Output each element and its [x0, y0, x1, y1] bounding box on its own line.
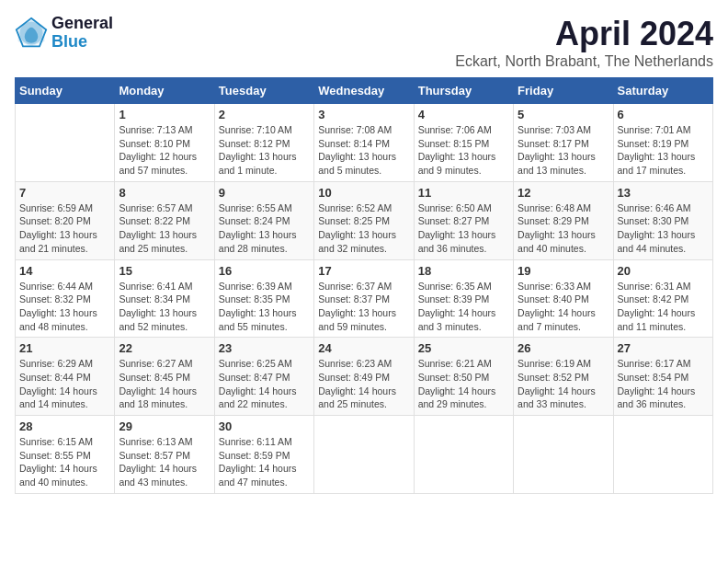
calendar-cell — [414, 416, 513, 494]
calendar-cell: 11Sunrise: 6:50 AMSunset: 8:27 PMDayligh… — [414, 181, 513, 259]
header-sunday: Sunday — [16, 78, 115, 104]
page-header: General Blue April 2024 Eckart, North Br… — [15, 15, 713, 70]
calendar-cell: 6Sunrise: 7:01 AMSunset: 8:19 PMDaylight… — [613, 104, 712, 182]
week-row-3: 14Sunrise: 6:44 AMSunset: 8:32 PMDayligh… — [16, 259, 713, 338]
calendar-cell: 12Sunrise: 6:48 AMSunset: 8:29 PMDayligh… — [514, 181, 613, 259]
day-info: Sunrise: 6:52 AMSunset: 8:25 PMDaylight:… — [318, 201, 409, 256]
calendar-cell — [16, 104, 115, 182]
page-title: April 2024 — [455, 15, 713, 53]
day-info: Sunrise: 7:08 AMSunset: 8:14 PMDaylight:… — [318, 123, 409, 178]
day-info: Sunrise: 6:15 AMSunset: 8:55 PMDaylight:… — [19, 435, 110, 489]
day-number: 24 — [318, 341, 409, 355]
calendar-cell: 14Sunrise: 6:44 AMSunset: 8:32 PMDayligh… — [16, 259, 115, 338]
day-info: Sunrise: 6:13 AMSunset: 8:57 PMDaylight:… — [119, 435, 210, 489]
day-number: 1 — [119, 108, 210, 121]
day-number: 26 — [518, 341, 609, 355]
calendar-cell: 9Sunrise: 6:55 AMSunset: 8:24 PMDaylight… — [214, 181, 313, 259]
day-number: 7 — [19, 186, 110, 200]
calendar-table: SundayMondayTuesdayWednesdayThursdayFrid… — [15, 77, 713, 494]
week-row-4: 21Sunrise: 6:29 AMSunset: 8:44 PMDayligh… — [16, 338, 713, 416]
header-thursday: Thursday — [414, 78, 513, 104]
day-number: 4 — [418, 108, 509, 121]
day-info: Sunrise: 6:44 AMSunset: 8:32 PMDaylight:… — [19, 280, 110, 334]
calendar-cell: 1Sunrise: 7:13 AMSunset: 8:10 PMDaylight… — [115, 104, 214, 182]
day-number: 15 — [119, 264, 210, 278]
day-info: Sunrise: 7:06 AMSunset: 8:15 PMDaylight:… — [418, 123, 509, 178]
day-info: Sunrise: 7:03 AMSunset: 8:17 PMDaylight:… — [518, 123, 609, 178]
header-monday: Monday — [115, 78, 214, 104]
day-info: Sunrise: 6:57 AMSunset: 8:22 PMDaylight:… — [119, 201, 210, 256]
day-number: 12 — [518, 186, 609, 200]
day-info: Sunrise: 7:01 AMSunset: 8:19 PMDaylight:… — [618, 123, 709, 178]
day-number: 2 — [219, 108, 310, 121]
calendar-cell: 23Sunrise: 6:25 AMSunset: 8:47 PMDayligh… — [214, 338, 313, 416]
calendar-cell: 25Sunrise: 6:21 AMSunset: 8:50 PMDayligh… — [414, 338, 513, 416]
day-number: 18 — [418, 264, 509, 278]
day-info: Sunrise: 6:46 AMSunset: 8:30 PMDaylight:… — [618, 201, 709, 256]
day-number: 25 — [418, 341, 509, 355]
day-number: 30 — [219, 419, 310, 433]
calendar-cell: 8Sunrise: 6:57 AMSunset: 8:22 PMDaylight… — [115, 181, 214, 259]
calendar-cell: 16Sunrise: 6:39 AMSunset: 8:35 PMDayligh… — [214, 259, 313, 338]
day-number: 22 — [119, 341, 210, 355]
day-info: Sunrise: 7:10 AMSunset: 8:12 PMDaylight:… — [219, 123, 310, 178]
calendar-cell: 13Sunrise: 6:46 AMSunset: 8:30 PMDayligh… — [613, 181, 712, 259]
day-number: 13 — [618, 186, 709, 200]
day-info: Sunrise: 6:59 AMSunset: 8:20 PMDaylight:… — [19, 201, 110, 256]
day-info: Sunrise: 6:41 AMSunset: 8:34 PMDaylight:… — [119, 280, 210, 334]
day-info: Sunrise: 6:37 AMSunset: 8:37 PMDaylight:… — [318, 280, 409, 334]
day-number: 27 — [618, 341, 709, 355]
logo-line2: Blue — [51, 33, 113, 52]
calendar-cell: 17Sunrise: 6:37 AMSunset: 8:37 PMDayligh… — [314, 259, 414, 338]
day-info: Sunrise: 6:48 AMSunset: 8:29 PMDaylight:… — [518, 201, 609, 256]
calendar-cell: 30Sunrise: 6:11 AMSunset: 8:59 PMDayligh… — [214, 416, 313, 494]
day-info: Sunrise: 6:23 AMSunset: 8:49 PMDaylight:… — [318, 357, 409, 411]
calendar-cell: 22Sunrise: 6:27 AMSunset: 8:45 PMDayligh… — [115, 338, 214, 416]
day-number: 8 — [119, 186, 210, 200]
day-number: 14 — [19, 264, 110, 278]
calendar-cell: 27Sunrise: 6:17 AMSunset: 8:54 PMDayligh… — [613, 338, 712, 416]
calendar-cell — [314, 416, 414, 494]
day-info: Sunrise: 7:13 AMSunset: 8:10 PMDaylight:… — [119, 123, 210, 178]
calendar-cell: 21Sunrise: 6:29 AMSunset: 8:44 PMDayligh… — [16, 338, 115, 416]
day-info: Sunrise: 6:50 AMSunset: 8:27 PMDaylight:… — [418, 201, 509, 256]
day-number: 23 — [219, 341, 310, 355]
calendar-cell: 15Sunrise: 6:41 AMSunset: 8:34 PMDayligh… — [115, 259, 214, 338]
day-number: 19 — [518, 264, 609, 278]
calendar-cell: 29Sunrise: 6:13 AMSunset: 8:57 PMDayligh… — [115, 416, 214, 494]
logo-text: General Blue — [51, 15, 113, 52]
day-info: Sunrise: 6:27 AMSunset: 8:45 PMDaylight:… — [119, 357, 210, 411]
header-saturday: Saturday — [613, 78, 712, 104]
day-number: 21 — [19, 341, 110, 355]
calendar-header-row: SundayMondayTuesdayWednesdayThursdayFrid… — [16, 78, 713, 104]
calendar-cell — [613, 416, 712, 494]
day-number: 3 — [318, 108, 409, 121]
calendar-cell: 2Sunrise: 7:10 AMSunset: 8:12 PMDaylight… — [214, 104, 313, 182]
logo: General Blue — [15, 15, 113, 52]
day-number: 17 — [318, 264, 409, 278]
day-info: Sunrise: 6:31 AMSunset: 8:42 PMDaylight:… — [618, 280, 709, 334]
calendar-cell: 4Sunrise: 7:06 AMSunset: 8:15 PMDaylight… — [414, 104, 513, 182]
day-info: Sunrise: 6:19 AMSunset: 8:52 PMDaylight:… — [518, 357, 609, 411]
logo-icon — [15, 17, 48, 50]
calendar-cell: 7Sunrise: 6:59 AMSunset: 8:20 PMDaylight… — [16, 181, 115, 259]
calendar-cell: 18Sunrise: 6:35 AMSunset: 8:39 PMDayligh… — [414, 259, 513, 338]
week-row-1: 1Sunrise: 7:13 AMSunset: 8:10 PMDaylight… — [16, 104, 713, 182]
day-info: Sunrise: 6:55 AMSunset: 8:24 PMDaylight:… — [219, 201, 310, 256]
day-number: 10 — [318, 186, 409, 200]
day-info: Sunrise: 6:33 AMSunset: 8:40 PMDaylight:… — [518, 280, 609, 334]
day-info: Sunrise: 6:25 AMSunset: 8:47 PMDaylight:… — [219, 357, 310, 411]
header-friday: Friday — [514, 78, 613, 104]
calendar-cell: 26Sunrise: 6:19 AMSunset: 8:52 PMDayligh… — [514, 338, 613, 416]
calendar-cell: 19Sunrise: 6:33 AMSunset: 8:40 PMDayligh… — [514, 259, 613, 338]
header-wednesday: Wednesday — [314, 78, 414, 104]
header-tuesday: Tuesday — [214, 78, 313, 104]
calendar-cell: 28Sunrise: 6:15 AMSunset: 8:55 PMDayligh… — [16, 416, 115, 494]
day-number: 9 — [219, 186, 310, 200]
day-number: 29 — [119, 419, 210, 433]
day-number: 28 — [19, 419, 110, 433]
logo-line1: General — [51, 15, 113, 33]
day-info: Sunrise: 6:21 AMSunset: 8:50 PMDaylight:… — [418, 357, 509, 411]
calendar-cell: 20Sunrise: 6:31 AMSunset: 8:42 PMDayligh… — [613, 259, 712, 338]
title-block: April 2024 Eckart, North Brabant, The Ne… — [455, 15, 713, 70]
